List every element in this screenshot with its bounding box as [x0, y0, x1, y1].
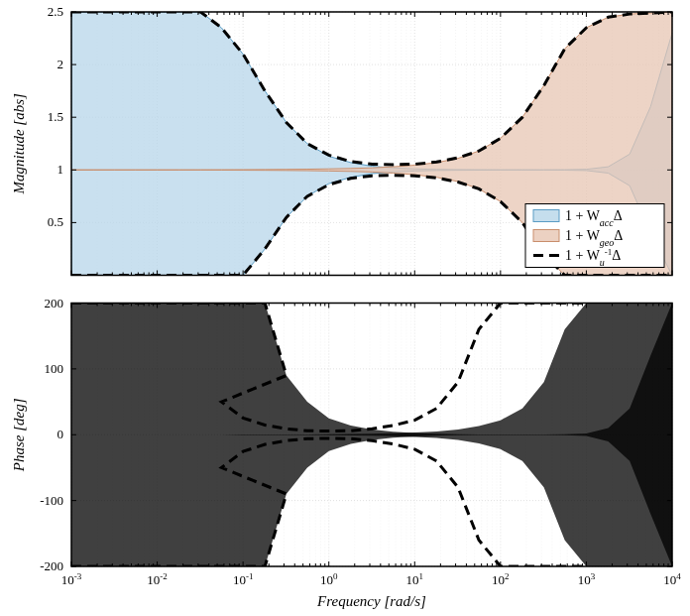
svg-text:10-3: 10-3 — [61, 571, 82, 587]
svg-text:10-2: 10-2 — [147, 571, 168, 587]
svg-text:-100: -100 — [40, 493, 63, 508]
svg-text:Magnitude [abs]: Magnitude [abs] — [11, 93, 27, 194]
chart-svg: 0.511.522.5Magnitude [abs]-200-100010020… — [0, 0, 690, 616]
svg-text:100: 100 — [45, 361, 64, 376]
svg-text:104: 104 — [663, 571, 681, 587]
svg-text:10-1: 10-1 — [233, 571, 254, 587]
svg-text:0.5: 0.5 — [48, 214, 63, 229]
svg-text:1.5: 1.5 — [48, 109, 63, 124]
svg-text:2.5: 2.5 — [48, 4, 63, 19]
legend: 1 + WaccΔ1 + WgeoΔ1 + Wu-1Δ — [525, 204, 664, 268]
svg-text:Frequency [rad/s]: Frequency [rad/s] — [316, 593, 426, 609]
svg-text:103: 103 — [578, 571, 596, 587]
svg-text:100: 100 — [320, 571, 338, 587]
svg-rect-440 — [533, 210, 559, 222]
svg-text:0: 0 — [58, 427, 64, 441]
bode-uncertainty-figure: 0.511.522.5Magnitude [abs]-200-100010020… — [0, 0, 690, 616]
svg-text:Phase [deg]: Phase [deg] — [11, 398, 27, 472]
svg-text:200: 200 — [45, 296, 64, 310]
svg-text:102: 102 — [492, 571, 510, 587]
svg-text:101: 101 — [406, 571, 424, 587]
svg-text:-200: -200 — [40, 558, 63, 573]
svg-text:1: 1 — [58, 162, 64, 177]
svg-text:2: 2 — [58, 57, 64, 71]
svg-rect-442 — [533, 230, 559, 242]
